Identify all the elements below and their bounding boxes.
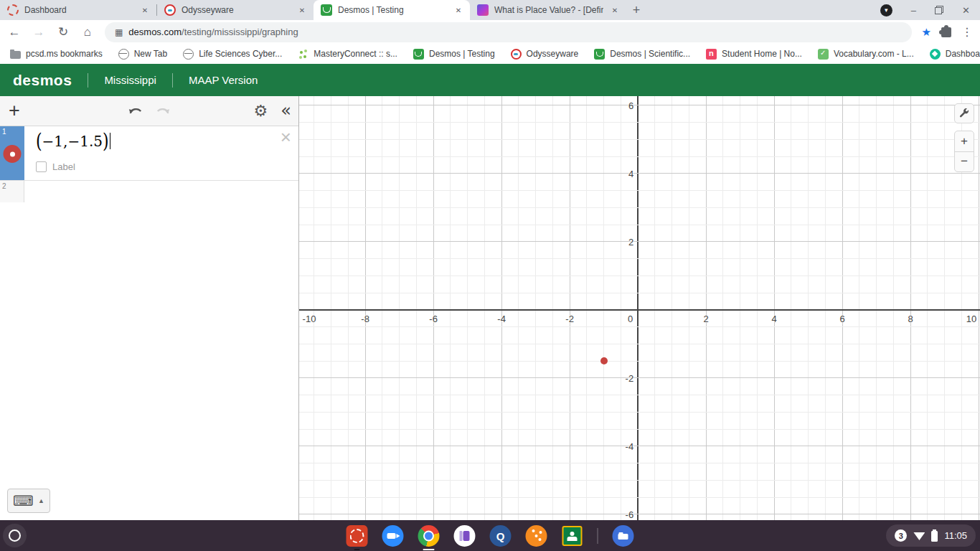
gridline bbox=[433, 96, 434, 520]
expression-row-1[interactable]: 1 (−1,−1.5) Label × bbox=[0, 126, 298, 181]
gridline bbox=[518, 96, 519, 520]
undo-redo-group bbox=[128, 105, 171, 118]
graph-settings-button[interactable] bbox=[954, 103, 974, 123]
x-tick-label: -10 bbox=[303, 314, 316, 324]
delete-expression-icon[interactable]: × bbox=[281, 128, 291, 146]
shelf-apps bbox=[347, 520, 634, 551]
noredink-icon bbox=[706, 49, 717, 60]
site-info-icon[interactable]: ▦ bbox=[115, 27, 123, 37]
label-checkbox[interactable] bbox=[36, 161, 47, 172]
open-paren: ( bbox=[36, 130, 42, 152]
reading-app-icon[interactable] bbox=[454, 525, 476, 547]
masteryconnect-student-app-icon[interactable] bbox=[526, 525, 547, 547]
back-icon[interactable]: ← bbox=[7, 25, 22, 39]
tab-place-value[interactable]: What is Place Value? - [Definitio ✕ bbox=[470, 0, 626, 20]
gridline bbox=[299, 480, 980, 481]
window-controls: ▾ – ✕ bbox=[880, 0, 976, 20]
gridline bbox=[299, 225, 980, 225]
new-tab-button[interactable]: + bbox=[626, 0, 646, 20]
close-icon[interactable]: ✕ bbox=[296, 4, 308, 16]
text-cursor bbox=[110, 133, 111, 149]
close-icon[interactable]: ✕ bbox=[139, 4, 151, 16]
show-keyboard-button[interactable]: ⌨ ▲ bbox=[7, 489, 50, 513]
collapse-panel-icon[interactable]: « bbox=[281, 104, 291, 118]
gridline bbox=[450, 96, 451, 520]
bookmark-new-tab[interactable]: New Tab bbox=[118, 49, 167, 60]
gridline bbox=[299, 395, 980, 395]
url-text: desmos.com/testing/mississippi/graphing bbox=[128, 27, 298, 37]
bookmark-pcsd-folder[interactable]: pcsd.ms bookmarks bbox=[10, 49, 103, 59]
bookmark-label: New Tab bbox=[134, 49, 167, 59]
restore-icon[interactable] bbox=[935, 6, 943, 14]
q-app-icon[interactable] bbox=[490, 525, 512, 547]
expression-input-empty[interactable] bbox=[24, 181, 298, 202]
chromeos-shelf: 3 11:05 bbox=[0, 520, 980, 551]
zoom-out-button[interactable]: − bbox=[955, 151, 974, 171]
gridline bbox=[299, 258, 980, 259]
close-icon[interactable]: ✕ bbox=[453, 4, 464, 16]
x-axis bbox=[299, 309, 980, 311]
tab-odysseyware[interactable]: Odysseyware ✕ bbox=[157, 0, 314, 20]
forward-icon[interactable]: → bbox=[32, 25, 46, 39]
header-maap-version: MAAP Version bbox=[189, 74, 258, 86]
google-classroom-app-icon[interactable] bbox=[562, 526, 583, 546]
extensions-icon[interactable] bbox=[941, 27, 951, 37]
gridline bbox=[382, 96, 382, 520]
x-tick-label: -4 bbox=[497, 314, 506, 324]
expression-input[interactable]: (−1,−1.5) Label × bbox=[24, 126, 298, 180]
address-bar[interactable]: ▦ desmos.com/testing/mississippi/graphin… bbox=[105, 22, 912, 42]
status-tray[interactable]: 3 11:05 bbox=[886, 524, 976, 547]
bookmark-life-sciences[interactable]: Life Sciences Cyber... bbox=[183, 49, 282, 60]
expression-gutter[interactable]: 1 bbox=[0, 126, 24, 180]
bookmark-odysseyware[interactable]: Odysseyware bbox=[511, 49, 579, 60]
label-option: Label bbox=[36, 161, 75, 172]
close-paren: ) bbox=[103, 130, 109, 152]
bookmark-noredink[interactable]: Student Home | No... bbox=[706, 49, 802, 60]
shelf-divider bbox=[598, 528, 598, 544]
bookmark-desmos-testing[interactable]: Desmos | Testing bbox=[413, 49, 495, 60]
expression-row-2[interactable]: 2 bbox=[0, 181, 298, 202]
browser-toolbar: ← → ↻ ⌂ ▦ desmos.com/testing/mississippi… bbox=[0, 20, 980, 44]
bookmark-label: Desmos | Testing bbox=[429, 49, 495, 59]
canvas-app-icon[interactable] bbox=[347, 525, 368, 547]
launcher-button[interactable] bbox=[3, 524, 27, 547]
graph-canvas[interactable]: -10-8-6-4-20246810-6-4-2246 bbox=[299, 96, 980, 520]
gear-icon[interactable]: ⚙ bbox=[254, 103, 268, 119]
close-icon[interactable]: ✕ bbox=[609, 4, 621, 16]
close-window-icon[interactable]: ✕ bbox=[962, 6, 970, 15]
window-menu-icon[interactable]: ▾ bbox=[880, 4, 892, 17]
home-icon[interactable]: ⌂ bbox=[80, 25, 95, 39]
bookmark-desmos-scientific[interactable]: Desmos | Scientific... bbox=[594, 49, 690, 60]
clock: 11:05 bbox=[944, 530, 967, 541]
chrome-app-icon[interactable] bbox=[418, 525, 440, 547]
reload-icon[interactable]: ↻ bbox=[56, 24, 70, 39]
bookmark-vocabulary[interactable]: Vocabulary.com - L... bbox=[818, 49, 914, 60]
battery-icon bbox=[931, 531, 938, 542]
add-expression-button[interactable]: + bbox=[0, 101, 20, 121]
wifi-icon bbox=[913, 531, 925, 540]
expression-gutter[interactable]: 2 bbox=[0, 181, 24, 202]
bookmark-masteryconnect[interactable]: MasteryConnect :: s... bbox=[298, 49, 397, 60]
gridline bbox=[467, 96, 468, 520]
gridline bbox=[299, 276, 980, 276]
browser-menu-icon[interactable]: ⋮ bbox=[961, 25, 973, 39]
files-app-icon[interactable] bbox=[613, 525, 634, 547]
bookmark-khan[interactable]: Dashboard | Khan... bbox=[930, 49, 980, 60]
zoom-in-button[interactable]: + bbox=[955, 131, 974, 151]
gridline bbox=[757, 96, 758, 520]
gridline bbox=[774, 96, 775, 520]
point-style-icon[interactable] bbox=[4, 145, 22, 163]
desmos-header: desmos Mississippi MAAP Version bbox=[0, 64, 980, 96]
minimize-icon[interactable]: – bbox=[911, 6, 916, 15]
undo-icon[interactable] bbox=[128, 105, 143, 118]
gridline bbox=[842, 96, 843, 520]
gridline bbox=[876, 96, 877, 520]
redo-icon[interactable] bbox=[155, 105, 171, 118]
tab-dashboard[interactable]: Dashboard ✕ bbox=[0, 0, 156, 20]
tab-desmos-testing[interactable]: Desmos | Testing ✕ bbox=[314, 0, 470, 20]
bookmark-star-icon[interactable]: ★ bbox=[922, 26, 931, 39]
plotted-point[interactable] bbox=[600, 357, 608, 364]
zoom-meet-app-icon[interactable] bbox=[382, 525, 404, 547]
graph-paper[interactable]: -10-8-6-4-20246810-6-4-2246 + − bbox=[299, 96, 980, 520]
bookmark-label: Dashboard | Khan... bbox=[946, 49, 980, 59]
